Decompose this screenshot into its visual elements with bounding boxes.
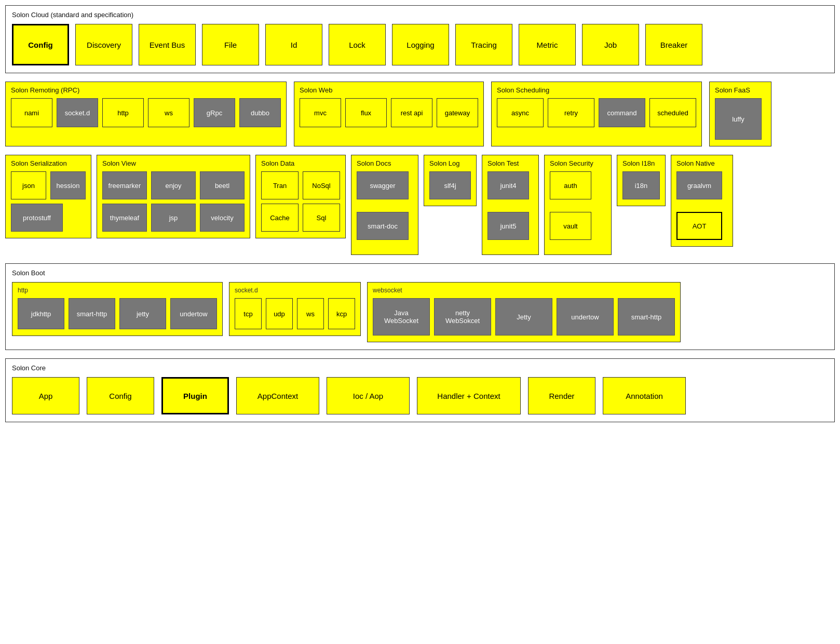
cloud-item[interactable]: Tracing <box>455 24 512 65</box>
data-title: Solon Data <box>261 159 340 167</box>
scheduling-items: asyncretrycommandscheduled <box>497 98 696 127</box>
box-item[interactable]: smart-doc <box>357 212 409 240</box>
cloud-item[interactable]: Job <box>582 24 639 65</box>
box-item[interactable]: udp <box>266 298 293 329</box>
cloud-item[interactable]: Id <box>265 24 322 65</box>
box-item[interactable]: netty WebSokcet <box>434 298 491 336</box>
cloud-title: Solon Cloud (standard and specification) <box>12 11 828 19</box>
box-item[interactable]: velocity <box>200 204 245 232</box>
core-item[interactable]: Render <box>528 377 595 414</box>
web-title: Solon Web <box>300 86 478 94</box>
i18n-title: Solon I18n <box>622 159 660 167</box>
box-item[interactable]: swagger <box>357 171 409 199</box>
boot-socketd: socket.d tcpudpwskcp <box>229 282 361 336</box>
box-item[interactable]: protostuff <box>11 204 63 232</box>
core-item[interactable]: Plugin <box>161 377 229 414</box>
box-item[interactable]: async <box>497 98 544 127</box>
core-title: Solon Core <box>12 364 828 372</box>
box-item[interactable]: gateway <box>437 98 478 127</box>
box-item[interactable]: ws <box>148 98 189 127</box>
boot-title: Solon Boot <box>12 269 828 277</box>
box-item[interactable]: freemarker <box>102 171 147 199</box>
box-item[interactable]: Java WebSocket <box>373 298 430 336</box>
cloud-item[interactable]: Lock <box>329 24 386 65</box>
box-item[interactable]: thymeleaf <box>102 204 147 232</box>
box-item[interactable]: mvc <box>300 98 341 127</box>
boot-socketd-subtitle: socket.d <box>235 287 355 294</box>
box-item[interactable]: graalvm <box>676 171 722 199</box>
cloud-item[interactable]: Breaker <box>645 24 702 65</box>
boot-ws-subtitle: websocket <box>373 287 675 294</box>
scheduling-section: Solon Scheduling asyncretrycommandschedu… <box>491 82 702 146</box>
box-item[interactable]: junit5 <box>487 212 529 240</box>
box-item[interactable]: auth <box>550 171 591 199</box>
cloud-item[interactable]: File <box>202 24 259 65</box>
box-item[interactable]: slf4j <box>429 171 471 199</box>
docs-section: Solon Docs swaggersmart-doc <box>351 155 418 255</box>
rpc-title: Solon Remoting (RPC) <box>11 86 281 94</box>
core-item[interactable]: AppContext <box>236 377 319 414</box>
cloud-item[interactable]: Discovery <box>75 24 132 65</box>
boot-section: Solon Boot http jdkhttpsmart-httpjettyun… <box>5 263 835 350</box>
cloud-item[interactable]: Event Bus <box>139 24 196 65</box>
box-item[interactable]: dubbo <box>239 98 281 127</box>
box-item[interactable]: NoSql <box>303 171 340 199</box>
box-item[interactable]: vault <box>550 212 591 240</box>
boot-http-subtitle: http <box>18 287 217 294</box>
box-item[interactable]: rest api <box>391 98 432 127</box>
box-item[interactable]: kcp <box>328 298 355 329</box>
box-item[interactable]: Jetty <box>495 298 552 336</box>
box-item[interactable]: Sql <box>303 204 340 232</box>
box-item[interactable]: smart-http <box>69 298 115 329</box>
faas-title: Solon FaaS <box>715 86 766 94</box>
serialization-section: Solon Serialization jsonhession protostu… <box>5 155 91 238</box>
box-item[interactable]: command <box>599 98 645 127</box>
core-item[interactable]: Ioc / Aop <box>327 377 410 414</box>
cloud-section: Solon Cloud (standard and specification)… <box>5 5 835 73</box>
box-item[interactable]: jdkhttp <box>18 298 64 329</box>
boot-http: http jdkhttpsmart-httpjettyundertow <box>12 282 223 336</box>
box-item[interactable]: nami <box>11 98 52 127</box>
scheduling-title: Solon Scheduling <box>497 86 696 94</box>
i18n-section: Solon I18n i18n <box>617 155 666 206</box>
box-item[interactable]: retry <box>548 98 594 127</box>
box-item[interactable]: jsp <box>151 204 196 232</box>
box-item[interactable]: i18n <box>622 171 660 199</box>
box-item[interactable]: undertow <box>170 298 217 329</box>
box-item[interactable]: http <box>102 98 144 127</box>
web-section: Solon Web mvcfluxrest apigateway <box>294 82 484 146</box>
rpc-items: namisocket.dhttpwsgRpcdubbo <box>11 98 281 127</box>
core-item[interactable]: Handler + Context <box>417 377 521 414</box>
box-item[interactable]: jetty <box>119 298 166 329</box>
box-item[interactable]: socket.d <box>57 98 98 127</box>
box-item[interactable]: json <box>11 171 46 199</box>
box-item[interactable]: ws <box>297 298 324 329</box>
cloud-item[interactable]: Config <box>12 24 69 65</box>
box-item[interactable]: smart-http <box>618 298 675 336</box>
serialization-title: Solon Serialization <box>11 159 86 167</box>
box-item[interactable]: beetl <box>200 171 245 199</box>
core-item[interactable]: App <box>12 377 79 414</box>
security-title: Solon Security <box>550 159 606 167</box>
box-item[interactable]: AOT <box>676 212 722 240</box>
box-item[interactable]: junit4 <box>487 171 529 199</box>
core-items-row: AppConfigPluginAppContextIoc / AopHandle… <box>12 377 828 414</box>
core-item[interactable]: Config <box>87 377 154 414</box>
box-item[interactable]: hession <box>50 171 86 199</box>
boot-websocket: websocket Java WebSocketnetty WebSokcetJ… <box>367 282 681 342</box>
cloud-item[interactable]: Metric <box>519 24 576 65</box>
cloud-items-row: ConfigDiscoveryEvent BusFileIdLockLoggin… <box>12 24 828 65</box>
box-item[interactable]: tcp <box>235 298 262 329</box>
web-items: mvcfluxrest apigateway <box>300 98 478 127</box>
box-item[interactable]: Tran <box>261 171 299 199</box>
box-item[interactable]: scheduled <box>649 98 696 127</box>
box-item[interactable]: luffy <box>715 98 762 140</box>
cloud-item[interactable]: Logging <box>392 24 449 65</box>
box-item[interactable]: undertow <box>557 298 614 336</box>
box-item[interactable]: gRpc <box>194 98 235 127</box>
box-item[interactable]: enjoy <box>151 171 196 199</box>
data-section: Solon Data TranNoSql CacheSql <box>255 155 346 238</box>
box-item[interactable]: Cache <box>261 204 299 232</box>
core-item[interactable]: Annotation <box>603 377 686 414</box>
box-item[interactable]: flux <box>345 98 387 127</box>
